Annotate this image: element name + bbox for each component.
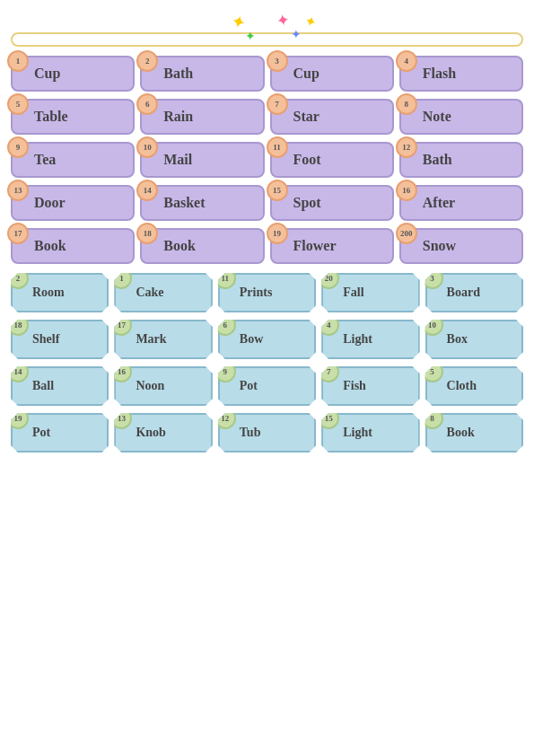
blue-box: 10Box — [425, 320, 523, 359]
word-label: Foot — [293, 152, 321, 168]
blue-box: 18Shelf — [11, 320, 109, 359]
purple-box: 2Bath — [140, 56, 264, 92]
word-label: Basket — [163, 195, 205, 211]
number-badge: 4 — [396, 50, 417, 72]
purple-box: 12Bath — [399, 142, 523, 178]
number-badge: 7 — [267, 93, 288, 115]
blue-box: 13Knob — [114, 413, 212, 453]
number-badge: 16 — [396, 180, 417, 201]
number-badge: 2 — [136, 50, 158, 72]
number-badge: 9 — [7, 136, 29, 158]
word-label: Book — [447, 426, 475, 440]
number-badge: 13 — [7, 180, 29, 201]
word-label: Ball — [32, 379, 54, 393]
number-badge: 12 — [396, 136, 417, 158]
number-badge: 5 — [7, 93, 29, 115]
purple-box: 7Star — [270, 99, 394, 135]
word-label: Pot — [32, 426, 50, 440]
purple-box: 10Mail — [140, 142, 264, 178]
number-badge: 2 — [7, 268, 29, 289]
word-label: Fall — [343, 286, 363, 300]
number-badge: 3 — [267, 50, 288, 72]
word-label: Shelf — [32, 332, 59, 347]
word-label: Cup — [34, 66, 60, 82]
word-label: Book — [163, 238, 196, 254]
number-badge: 1 — [7, 50, 29, 72]
number-badge: 19 — [267, 223, 288, 244]
blue-box: 6Bow — [218, 320, 316, 359]
word-label: Tea — [34, 152, 56, 168]
word-label: Rain — [163, 109, 193, 125]
word-label: Flower — [293, 238, 337, 254]
blue-box: 9Pot — [218, 366, 316, 406]
word-label: Spot — [293, 195, 321, 211]
purple-box: 8Note — [399, 99, 523, 135]
number-badge: 14 — [136, 180, 158, 201]
word-label: Snow — [423, 238, 456, 254]
word-label: Bath — [163, 66, 193, 82]
number-badge: 6 — [214, 314, 236, 336]
purple-box: 19Flower — [270, 228, 394, 264]
star-icon: ✦ — [275, 10, 292, 31]
word-label: Light — [343, 332, 372, 347]
number-badge: 3 — [422, 268, 443, 289]
blue-boxes-grid: 2Room1Cake11Prints20Fall3Board18Shelf17M… — [11, 273, 523, 453]
number-badge: 15 — [267, 180, 288, 201]
word-label: Light — [343, 426, 372, 440]
blue-box: 20Fall — [321, 273, 419, 312]
word-label: Note — [423, 109, 451, 125]
word-label: Star — [293, 109, 320, 125]
purple-box: 13Door — [11, 185, 135, 221]
blue-box: 17Mark — [114, 320, 212, 359]
number-badge: 4 — [318, 314, 339, 336]
word-label: Door — [34, 195, 66, 211]
purple-box: 15Spot — [270, 185, 394, 221]
purple-box: 11Foot — [270, 142, 394, 178]
purple-box: 17Book — [11, 228, 135, 264]
blue-box: 15Light — [321, 413, 419, 453]
number-badge: 18 — [7, 314, 29, 336]
number-badge: 1 — [110, 268, 132, 289]
blue-box: 5Cloth — [425, 366, 523, 406]
blue-box: 8Book — [425, 413, 523, 453]
number-badge: 11 — [214, 268, 236, 289]
number-badge: 8 — [396, 93, 417, 115]
number-badge: 16 — [110, 361, 132, 382]
number-badge: 200 — [396, 223, 417, 244]
blue-box: 16Noon — [114, 366, 212, 406]
word-label: Noon — [136, 379, 164, 393]
number-badge: 15 — [318, 408, 339, 429]
number-badge: 7 — [318, 361, 339, 382]
word-label: Table — [34, 109, 68, 125]
blue-box: 7Fish — [321, 366, 419, 406]
number-badge: 13 — [110, 408, 132, 429]
number-badge: 8 — [422, 408, 443, 429]
number-badge: 10 — [136, 136, 158, 158]
purple-box: 200Snow — [399, 228, 523, 264]
word-label: Room — [32, 286, 65, 300]
purple-box: 4Flash — [399, 56, 523, 92]
word-label: Book — [34, 238, 66, 254]
word-label: Flash — [423, 66, 456, 82]
header: ✦ ✦ ✦ ✦ ✦ — [11, 9, 523, 25]
word-label: Mark — [136, 332, 166, 347]
word-label: Fish — [343, 379, 366, 393]
purple-box: 5Table — [11, 99, 135, 135]
purple-box: 16After — [399, 185, 523, 221]
purple-box: 6Rain — [140, 99, 264, 135]
star-icon: ✦ — [291, 27, 302, 42]
number-badge: 12 — [214, 408, 236, 429]
number-badge: 20 — [318, 268, 339, 289]
word-label: Cup — [293, 66, 320, 82]
purple-box: 1Cup — [11, 56, 135, 92]
purple-boxes-grid: 1Cup2Bath3Cup4Flash5Table6Rain7Star8Note… — [11, 56, 523, 264]
number-badge: 17 — [7, 223, 29, 244]
word-label: Cake — [136, 286, 163, 300]
blue-box: 4Light — [321, 320, 419, 359]
word-label: Mail — [163, 152, 192, 168]
number-badge: 11 — [267, 136, 288, 158]
purple-box: 18Book — [140, 228, 264, 264]
number-badge: 5 — [422, 361, 443, 382]
blue-box: 14Ball — [11, 366, 109, 406]
page: ✦ ✦ ✦ ✦ ✦ 1Cup2Bath3Cup4Flash5Table6Rain… — [0, 0, 534, 756]
